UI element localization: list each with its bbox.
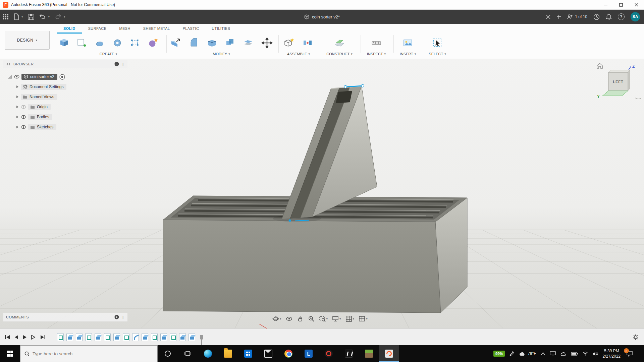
expand-caret-icon[interactable] (16, 125, 19, 129)
select-tool-icon[interactable] (430, 36, 444, 50)
task-view-button[interactable] (178, 345, 198, 362)
group-label-modify[interactable]: MODIFY▾ (213, 52, 230, 56)
chevron-down-icon[interactable]: ▾ (48, 15, 50, 18)
home-view-icon[interactable] (597, 63, 602, 68)
monitor-tray-icon[interactable] (550, 351, 556, 356)
shell-icon[interactable] (205, 36, 219, 50)
hidden-icons-caret[interactable] (541, 352, 545, 355)
tab-mesh[interactable]: MESH (113, 24, 137, 34)
group-label-assemble[interactable]: ASSEMBLE▾ (287, 52, 310, 56)
joint-icon[interactable] (301, 36, 315, 50)
volume-icon[interactable] (593, 352, 598, 356)
help-button[interactable]: ? (618, 13, 625, 20)
taskbar-search[interactable] (20, 345, 158, 362)
browser-item-bodies[interactable]: Bodies (16, 113, 52, 121)
taskbar-app-store[interactable] (238, 345, 258, 362)
taskbar-app-fusion-360[interactable] (379, 345, 399, 362)
group-label-create[interactable]: CREATE▾ (100, 52, 117, 56)
visibility-eye-icon[interactable] (21, 125, 26, 129)
timeline-feature-icon[interactable] (160, 333, 167, 341)
fit-tool[interactable]: ▾ (319, 315, 328, 322)
new-body-icon[interactable] (57, 36, 71, 50)
browser-header[interactable]: BROWSER ❙ (3, 60, 127, 68)
display-settings-tool[interactable]: ▾ (332, 315, 341, 322)
timeline-feature-icon[interactable] (189, 333, 195, 341)
file-menu-icon[interactable] (13, 13, 19, 20)
job-status[interactable]: 1 of 10 (567, 14, 587, 20)
visibility-eye-icon[interactable] (21, 115, 26, 119)
tab-solid[interactable]: SOLID (57, 24, 82, 34)
taskbar-app-minecraft[interactable] (359, 345, 379, 362)
panel-grip[interactable]: ❙ (122, 62, 125, 66)
maximize-button[interactable] (613, 0, 629, 9)
pen-icon[interactable] (509, 351, 514, 356)
timeline-feature-icon[interactable] (170, 333, 176, 341)
user-avatar[interactable]: SA (631, 12, 640, 21)
move-copy-icon[interactable] (260, 36, 274, 50)
taskbar-app-edge[interactable] (198, 345, 218, 362)
grid-snaps-tool[interactable]: ▾ (345, 315, 355, 322)
timeline-feature-icon[interactable] (57, 333, 64, 341)
taskbar-app-file-explorer[interactable] (218, 345, 238, 362)
timeline-feature-icon[interactable] (132, 333, 139, 341)
step-forward-button[interactable] (31, 335, 36, 340)
expand-caret-icon[interactable] (16, 115, 19, 119)
timeline-feature-icon[interactable] (66, 333, 73, 341)
group-label-construct[interactable]: CONSTRUCT▾ (326, 52, 353, 56)
zoom-tool[interactable] (308, 315, 315, 322)
activate-component-radio[interactable] (59, 74, 65, 80)
search-input[interactable] (33, 351, 153, 356)
taskbar-app-chrome[interactable] (278, 345, 299, 362)
panel-minimize-icon[interactable] (114, 62, 119, 66)
new-component-icon[interactable] (282, 36, 296, 50)
visibility-eye-icon[interactable] (14, 75, 19, 79)
combine-icon[interactable] (223, 36, 237, 50)
visibility-eye-off-icon[interactable] (21, 105, 26, 109)
start-button[interactable] (0, 345, 20, 362)
timeline-feature-icon[interactable] (95, 333, 101, 341)
timeline-feature-icon[interactable] (123, 333, 129, 341)
browser-item-root[interactable]: coin sorter v2 (8, 72, 65, 81)
split-body-icon[interactable] (241, 36, 255, 50)
look-at-tool[interactable] (286, 315, 292, 322)
tab-plastic[interactable]: PLASTIC (176, 24, 206, 34)
3d-viewport[interactable]: BROWSER ❙ coin sorter v2 (0, 59, 644, 328)
viewcube-menu-arc[interactable] (635, 98, 641, 99)
go-to-end-button[interactable] (40, 335, 46, 340)
taskbar-app-opera[interactable] (319, 345, 339, 362)
timeline-playhead[interactable] (200, 335, 203, 340)
close-button[interactable] (629, 0, 644, 9)
press-pull-icon[interactable] (169, 36, 183, 50)
expand-caret-icon[interactable] (16, 85, 19, 88)
pan-tool[interactable] (297, 315, 304, 322)
viewcube[interactable]: Z LEFT Y (593, 60, 643, 103)
browser-item-document-settings[interactable]: Document Settings (16, 82, 66, 91)
group-label-inspect[interactable]: INSPECT▾ (367, 52, 386, 56)
browser-item-origin[interactable]: Origin (16, 103, 51, 111)
expand-caret-icon[interactable] (16, 95, 19, 99)
viewports-tool[interactable]: ▾ (359, 315, 368, 322)
onedrive-cloud-icon[interactable] (560, 352, 567, 356)
action-center-button[interactable]: 2 (625, 349, 634, 358)
create-form-icon[interactable] (146, 36, 160, 50)
new-tab-icon[interactable] (556, 14, 561, 19)
insert-image-icon[interactable] (401, 36, 415, 50)
revolve-icon[interactable] (110, 36, 124, 50)
close-tab-icon[interactable] (546, 15, 550, 19)
battery-status-badge[interactable]: 99% (493, 351, 505, 357)
expand-caret-icon[interactable] (16, 105, 19, 109)
browser-item-sketches[interactable]: Sketches (16, 123, 56, 131)
go-to-start-button[interactable] (5, 335, 10, 340)
cortana-button[interactable] (158, 345, 178, 362)
panel-grip[interactable]: ❙ (122, 315, 125, 319)
collapse-panel-icon[interactable] (6, 62, 11, 66)
measure-icon[interactable] (369, 36, 383, 50)
sweep-icon[interactable] (93, 36, 107, 50)
chevron-down-icon[interactable]: ▾ (21, 15, 23, 18)
timeline-feature-icon[interactable] (104, 333, 111, 341)
comments-panel[interactable]: COMMENTS ❙ (3, 313, 127, 321)
group-label-select[interactable]: SELECT▾ (429, 52, 446, 56)
play-button[interactable] (23, 335, 27, 340)
clock-icon[interactable] (593, 14, 600, 20)
timeline-feature-icon[interactable] (151, 333, 158, 341)
